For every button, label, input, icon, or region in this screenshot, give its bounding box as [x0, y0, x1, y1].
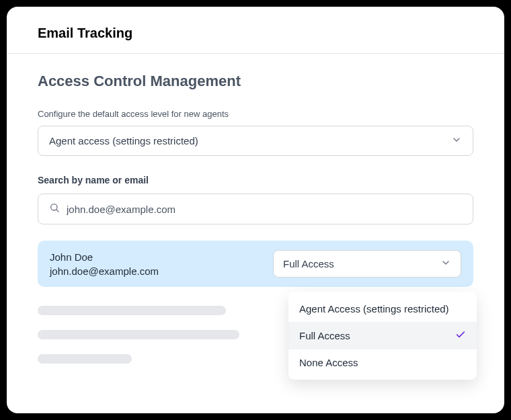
header: Email Tracking	[7, 7, 504, 54]
check-icon	[455, 329, 466, 342]
svg-line-1	[56, 210, 58, 212]
app-title: Email Tracking	[38, 26, 473, 41]
search-field[interactable]	[38, 194, 473, 224]
user-access-value: Full Access	[283, 258, 334, 269]
skeleton-line	[38, 306, 226, 315]
app-window: Email Tracking Access Control Management…	[7, 7, 504, 413]
skeleton-line	[38, 354, 132, 364]
dropdown-option-label: Agent Access (settings restricted)	[299, 303, 449, 314]
skeleton-line	[38, 330, 239, 339]
chevron-down-icon	[440, 257, 451, 270]
user-info: John Doe john.doe@example.com	[50, 251, 159, 277]
dropdown-option-agent-access[interactable]: Agent Access (settings restricted)	[288, 296, 477, 322]
search-icon	[49, 202, 60, 216]
default-access-select[interactable]: Agent access (settings restricted)	[38, 126, 473, 156]
user-name: John Doe	[50, 251, 159, 263]
default-access-label: Configure the default access level for n…	[38, 109, 473, 119]
chevron-down-icon	[451, 134, 462, 147]
dropdown-option-full-access[interactable]: Full Access	[288, 322, 477, 349]
search-input[interactable]	[67, 204, 462, 215]
dropdown-option-label: None Access	[299, 357, 358, 368]
dropdown-option-none-access[interactable]: None Access	[288, 349, 477, 376]
default-access-value: Agent access (settings restricted)	[49, 135, 198, 146]
svg-point-0	[51, 204, 57, 210]
dropdown-option-label: Full Access	[299, 330, 350, 341]
search-label: Search by name or email	[38, 175, 473, 185]
user-row: John Doe john.doe@example.com Full Acces…	[38, 241, 473, 287]
access-dropdown-menu: Agent Access (settings restricted) Full …	[288, 292, 477, 380]
user-email: john.doe@example.com	[50, 265, 159, 277]
page-title: Access Control Management	[38, 73, 473, 90]
user-access-select[interactable]: Full Access	[273, 250, 461, 278]
